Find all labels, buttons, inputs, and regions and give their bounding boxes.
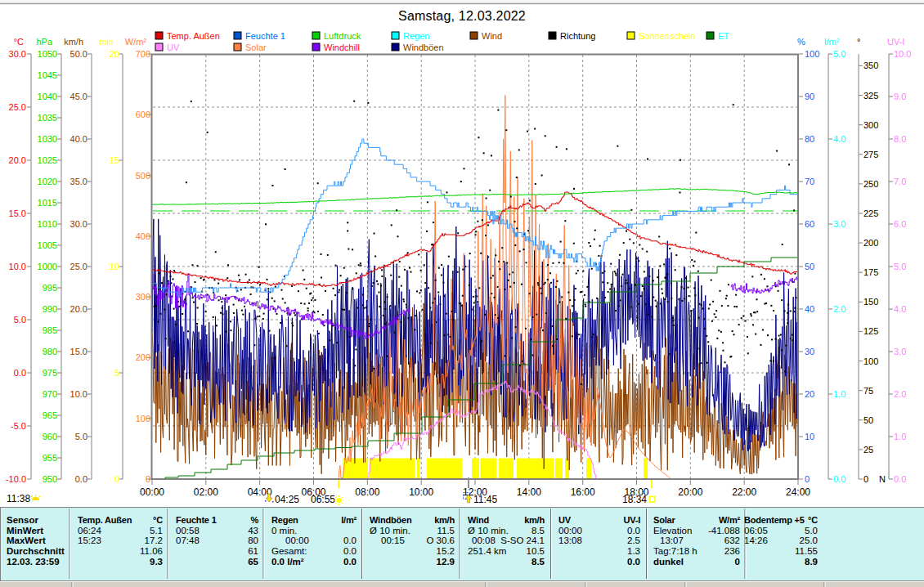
svg-text:0: 0 xyxy=(735,557,740,567)
svg-text:W/m²: W/m² xyxy=(125,37,147,47)
svg-text:10: 10 xyxy=(110,262,119,271)
svg-text:40: 40 xyxy=(805,304,814,314)
svg-text:8.5: 8.5 xyxy=(532,557,545,567)
svg-text:15.0: 15.0 xyxy=(9,208,26,218)
svg-text:2.5: 2.5 xyxy=(627,535,640,545)
svg-text:50.0: 50.0 xyxy=(70,49,87,59)
svg-text:125: 125 xyxy=(863,326,878,336)
svg-text:0.0: 0.0 xyxy=(894,474,906,484)
svg-text:S-SO 24.1: S-SO 24.1 xyxy=(500,535,545,545)
svg-text:l/m²: l/m² xyxy=(341,515,357,525)
svg-text:955: 955 xyxy=(43,453,57,463)
svg-text:Tag:7:18 h: Tag:7:18 h xyxy=(653,546,697,556)
svg-text:%: % xyxy=(797,37,805,47)
svg-text:275: 275 xyxy=(863,150,878,159)
svg-text:min: min xyxy=(99,37,114,47)
svg-text:00:08: 00:08 xyxy=(472,535,496,545)
svg-text:12.9: 12.9 xyxy=(437,557,455,567)
svg-text:11:45: 11:45 xyxy=(473,494,497,505)
svg-text:Feuchte 1: Feuchte 1 xyxy=(245,31,285,41)
svg-text:1.0: 1.0 xyxy=(833,389,846,399)
svg-text:20: 20 xyxy=(805,389,814,399)
svg-text:0.0: 0.0 xyxy=(343,546,357,556)
svg-text:0: 0 xyxy=(805,474,810,484)
svg-text:08:00: 08:00 xyxy=(355,486,379,498)
svg-text:UV-I: UV-I xyxy=(623,515,640,525)
svg-text:00:15: 00:15 xyxy=(381,535,405,545)
svg-text:dunkel: dunkel xyxy=(653,557,684,567)
svg-text:1015: 1015 xyxy=(38,198,57,208)
svg-text:1020: 1020 xyxy=(38,177,57,186)
svg-text:0 min.: 0 min. xyxy=(271,526,297,535)
svg-text:Windchill: Windchill xyxy=(324,43,360,52)
svg-text:24:00: 24:00 xyxy=(786,486,810,498)
svg-text:15:23: 15:23 xyxy=(78,535,101,545)
svg-text:25: 25 xyxy=(863,445,873,455)
svg-text:0: 0 xyxy=(146,474,150,484)
svg-text:200: 200 xyxy=(863,238,878,248)
svg-text:1050: 1050 xyxy=(38,49,57,59)
svg-text:18:34: 18:34 xyxy=(622,494,647,505)
svg-text:14:00: 14:00 xyxy=(517,486,541,498)
svg-text:%: % xyxy=(250,515,258,525)
svg-text:400: 400 xyxy=(136,231,150,241)
svg-text:MaxWert: MaxWert xyxy=(7,535,46,545)
svg-text:2.0: 2.0 xyxy=(833,304,846,314)
svg-text:km/h: km/h xyxy=(64,37,83,47)
svg-text:995: 995 xyxy=(43,283,57,293)
svg-text:5: 5 xyxy=(114,368,119,378)
svg-text:1035: 1035 xyxy=(38,113,57,123)
svg-text:0.0: 0.0 xyxy=(14,368,26,378)
svg-text:100: 100 xyxy=(136,414,150,423)
svg-text:02:00: 02:00 xyxy=(194,486,218,498)
svg-text:11.5: 11.5 xyxy=(437,526,455,535)
svg-text:10.5: 10.5 xyxy=(527,546,545,556)
svg-text:11.55: 11.55 xyxy=(795,546,818,556)
svg-text:10: 10 xyxy=(805,432,814,441)
svg-text:Durchschnitt: Durchschnitt xyxy=(7,546,65,556)
svg-text:1030: 1030 xyxy=(38,134,57,144)
svg-text:10.0: 10.0 xyxy=(894,49,911,59)
svg-text:975: 975 xyxy=(43,368,57,378)
svg-text:700: 700 xyxy=(136,49,150,59)
svg-text:0.0: 0.0 xyxy=(627,526,640,535)
svg-text:0.0: 0.0 xyxy=(343,535,357,545)
svg-text:1045: 1045 xyxy=(38,70,57,80)
svg-text:UV-I: UV-I xyxy=(887,37,904,47)
svg-text:Ø 10 min.: Ø 10 min. xyxy=(468,526,509,535)
svg-text:30.0: 30.0 xyxy=(9,49,26,59)
svg-text:Sonnenschein: Sonnenschein xyxy=(639,31,696,41)
svg-text:Samstag, 12.03.2022: Samstag, 12.03.2022 xyxy=(398,9,526,23)
svg-text:8.5: 8.5 xyxy=(532,526,545,535)
svg-text:00:58: 00:58 xyxy=(176,526,200,535)
svg-text:W/m²: W/m² xyxy=(719,515,741,525)
svg-text:80: 80 xyxy=(248,535,258,545)
svg-text:950: 950 xyxy=(43,474,57,484)
svg-text:km/h: km/h xyxy=(524,515,545,525)
svg-text:43: 43 xyxy=(248,526,258,535)
svg-text:Sensor: Sensor xyxy=(7,515,39,525)
svg-text:350: 350 xyxy=(863,60,878,70)
svg-text:-41.088: -41.088 xyxy=(708,526,740,535)
svg-text:35.0: 35.0 xyxy=(70,177,87,186)
svg-text:ET: ET xyxy=(718,31,729,41)
svg-text:UV: UV xyxy=(558,515,572,525)
svg-text:50: 50 xyxy=(805,262,814,271)
svg-text:70: 70 xyxy=(805,177,814,186)
svg-text:61: 61 xyxy=(248,546,258,556)
svg-text:Solar: Solar xyxy=(245,43,267,52)
svg-text:8.9: 8.9 xyxy=(805,557,818,567)
svg-text:Luftdruck: Luftdruck xyxy=(324,31,361,41)
svg-text:Elevation: Elevation xyxy=(653,526,692,535)
svg-text:1000: 1000 xyxy=(38,262,57,271)
svg-text:1.3: 1.3 xyxy=(627,546,640,556)
svg-text:hPa: hPa xyxy=(36,37,52,47)
svg-text:N: N xyxy=(879,474,886,484)
svg-text:10:00: 10:00 xyxy=(409,486,433,498)
svg-text:325: 325 xyxy=(863,91,878,101)
svg-text:300: 300 xyxy=(863,120,878,130)
svg-text:Richtung: Richtung xyxy=(560,31,595,41)
svg-text:Regen: Regen xyxy=(271,515,298,525)
svg-text:-10.0: -10.0 xyxy=(6,474,26,484)
svg-text:960: 960 xyxy=(43,432,57,441)
